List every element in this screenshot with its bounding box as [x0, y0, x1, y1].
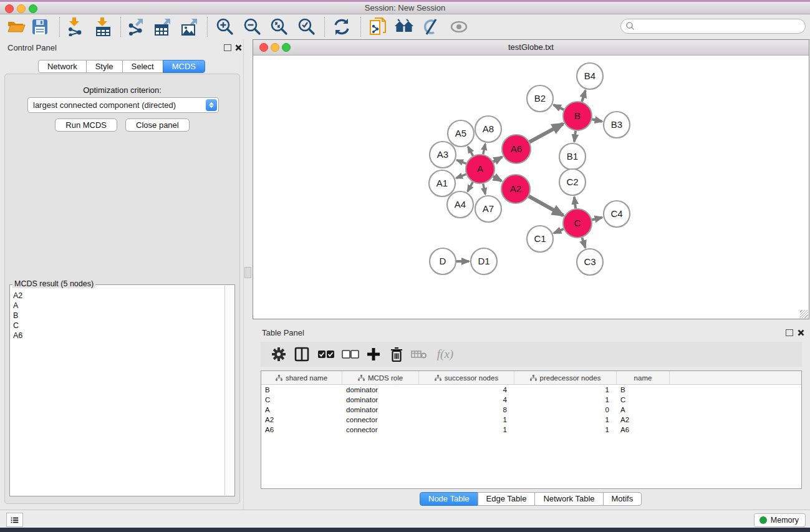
- export-table-button[interactable]: [152, 16, 175, 38]
- network-minimize-button[interactable]: [271, 43, 279, 52]
- fx-icon: f(x): [437, 347, 453, 361]
- app-titlebar: Session: New Session: [0, 2, 810, 14]
- function-builder-button[interactable]: f(x): [431, 344, 460, 364]
- open-file-button[interactable]: [4, 16, 28, 38]
- column-header-successor-nodes[interactable]: successor nodes: [419, 371, 514, 384]
- table-row[interactable]: Bdominator41B: [261, 385, 801, 395]
- edge-C-C4[interactable]: [592, 218, 602, 220]
- zoom-fit-button[interactable]: [268, 16, 291, 38]
- import-network-button[interactable]: [64, 16, 87, 38]
- result-item[interactable]: A6: [11, 331, 225, 341]
- zoom-selected-button[interactable]: [295, 16, 319, 38]
- edge-C-C2[interactable]: [574, 197, 576, 208]
- memory-button[interactable]: Memory: [754, 513, 806, 527]
- column-header-predecessor-nodes[interactable]: predecessor nodes: [514, 371, 617, 384]
- attribute-icon: [276, 375, 282, 381]
- zoom-window-button[interactable]: [29, 4, 37, 13]
- mcds-result-list[interactable]: A2ABCA6: [11, 286, 225, 495]
- edge-C-C1[interactable]: [554, 229, 564, 233]
- trash-icon: [389, 346, 404, 362]
- search-field[interactable]: [620, 19, 806, 34]
- edge-B-B4[interactable]: [582, 90, 586, 102]
- table-row[interactable]: A6connector11A6: [261, 425, 801, 435]
- delete-table-button[interactable]: [408, 344, 430, 364]
- criterion-value: largest connected component (directed): [28, 100, 206, 110]
- task-history-button[interactable]: [6, 513, 23, 527]
- save-floppy-icon: [32, 19, 48, 35]
- apply-layout-button[interactable]: [330, 16, 354, 38]
- result-item[interactable]: A: [11, 301, 225, 311]
- edge-A-A7[interactable]: [483, 184, 485, 195]
- tab-mcds[interactable]: MCDS: [163, 60, 205, 73]
- select-none-button[interactable]: [340, 344, 361, 364]
- column-header-shared-name[interactable]: shared name: [261, 371, 342, 384]
- cell-successor: 4: [419, 395, 514, 405]
- column-header-mcds-role[interactable]: MCDS role: [342, 371, 419, 384]
- table-row[interactable]: Cdominator41C: [261, 395, 801, 405]
- add-column-button[interactable]: [363, 344, 384, 364]
- network-close-button[interactable]: [259, 43, 268, 52]
- table-row[interactable]: Adominator80A: [261, 405, 801, 415]
- edge-A-A1[interactable]: [456, 174, 466, 178]
- edge-C-C3[interactable]: [582, 238, 585, 248]
- desktop-bottom-edge: [0, 528, 810, 532]
- network-window-titlebar[interactable]: testGlobe.txt: [253, 40, 809, 56]
- edge-A-A8[interactable]: [483, 144, 485, 155]
- close-panel-icon[interactable]: [235, 44, 242, 51]
- export-image-button[interactable]: [178, 16, 202, 38]
- hide-graphics-details-button[interactable]: [419, 16, 443, 38]
- criterion-dropdown[interactable]: largest connected component (directed): [27, 97, 219, 113]
- edge-A6-B[interactable]: [529, 123, 563, 142]
- window-resize-grip[interactable]: [800, 310, 808, 318]
- minimize-window-button[interactable]: [17, 4, 26, 13]
- tab-edge-table[interactable]: Edge Table: [478, 492, 536, 506]
- table-close-icon[interactable]: [798, 329, 804, 336]
- result-item[interactable]: A2: [11, 291, 225, 301]
- edge-B-B1[interactable]: [574, 131, 576, 142]
- edge-B-B3[interactable]: [592, 119, 602, 122]
- tab-style[interactable]: Style: [86, 60, 123, 73]
- tab-network-table[interactable]: Network Table: [534, 492, 603, 506]
- result-scrollbar[interactable]: [224, 286, 234, 495]
- tab-node-table[interactable]: Node Table: [420, 492, 478, 506]
- edge-A-A3[interactable]: [456, 160, 466, 164]
- save-session-button[interactable]: [28, 16, 52, 38]
- home-button[interactable]: [392, 16, 416, 38]
- zoom-out-button[interactable]: [241, 16, 264, 38]
- zoom-in-button[interactable]: [213, 16, 237, 38]
- network-graph[interactable]: B4B2BB3A8A5A6A3B1AC2A1A2A4A7C4CC1C3DD1: [253, 56, 808, 317]
- export-network-button[interactable]: [124, 16, 148, 38]
- show-columns-button[interactable]: [291, 344, 312, 364]
- table-float-icon[interactable]: [786, 329, 793, 336]
- float-panel-icon[interactable]: [224, 44, 231, 51]
- result-item[interactable]: B: [11, 311, 225, 321]
- select-all-button[interactable]: [316, 344, 337, 364]
- edge-A2-C[interactable]: [529, 196, 563, 216]
- show-details-button[interactable]: [447, 16, 471, 38]
- network-canvas[interactable]: B4B2BB3A8A5A6A3B1AC2A1A2A4A7C4CC1C3DD1: [253, 56, 809, 319]
- table-settings-button[interactable]: [268, 344, 289, 364]
- run-mcds-button[interactable]: Run MCDS: [55, 118, 117, 132]
- search-input[interactable]: [635, 20, 805, 32]
- result-item[interactable]: C: [11, 321, 225, 331]
- tab-network[interactable]: Network: [38, 60, 87, 73]
- network-zoom-button[interactable]: [282, 43, 291, 52]
- import-table-button[interactable]: [92, 16, 115, 38]
- edge-A-A5[interactable]: [468, 147, 473, 156]
- edge-A-A6[interactable]: [493, 157, 502, 162]
- cell-shared_name: A6: [261, 425, 342, 435]
- edge-A-A4[interactable]: [468, 182, 473, 191]
- close-window-button[interactable]: [5, 4, 14, 13]
- tab-select[interactable]: Select: [122, 60, 163, 73]
- network-file-button[interactable]: [366, 16, 390, 38]
- table-row[interactable]: A2connector11A2: [261, 415, 801, 425]
- tab-motifs[interactable]: Motifs: [603, 492, 642, 506]
- edge-B-B2[interactable]: [554, 105, 564, 110]
- node-table[interactable]: shared name MCDS role successor nodes: [261, 370, 802, 489]
- node-label-A: A: [477, 163, 483, 174]
- column-header-name[interactable]: name: [617, 371, 670, 384]
- split-divider-grip[interactable]: [244, 267, 251, 278]
- close-panel-button[interactable]: Close panel: [125, 118, 190, 132]
- delete-column-button[interactable]: [386, 344, 407, 364]
- edge-A-A2[interactable]: [493, 177, 501, 181]
